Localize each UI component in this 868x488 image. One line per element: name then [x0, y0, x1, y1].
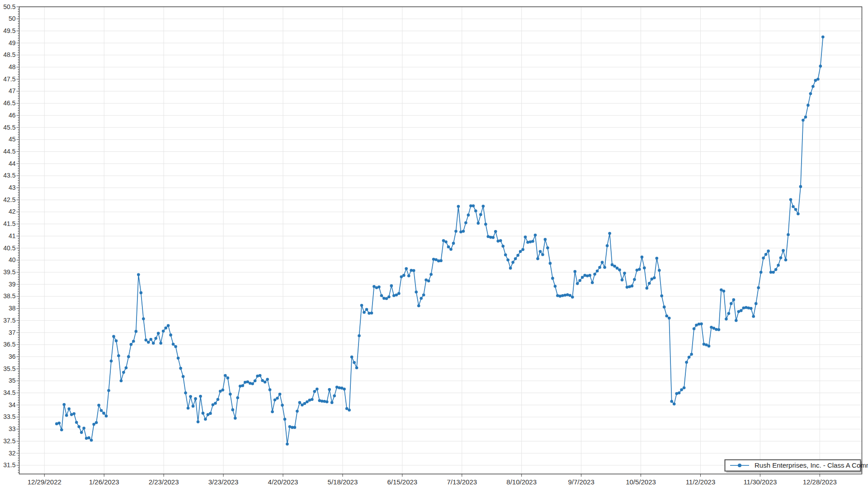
price-point[interactable] [182, 375, 185, 378]
price-point[interactable] [673, 403, 676, 406]
price-point[interactable] [97, 404, 100, 407]
price-point[interactable] [596, 270, 599, 273]
price-point[interactable] [427, 279, 430, 282]
price-point[interactable] [167, 324, 170, 327]
price-point[interactable] [477, 222, 480, 225]
price-point[interactable] [63, 403, 66, 406]
price-point[interactable] [147, 341, 150, 344]
price-point[interactable] [365, 308, 368, 311]
price-line[interactable] [57, 37, 823, 444]
price-point[interactable] [214, 402, 217, 405]
price-point[interactable] [75, 421, 78, 424]
price-point[interactable] [303, 402, 307, 405]
price-point[interactable] [608, 232, 611, 235]
price-point[interactable] [764, 253, 768, 256]
price-point[interactable] [613, 265, 616, 268]
price-point[interactable] [496, 239, 500, 243]
price-point[interactable] [623, 272, 626, 275]
price-point[interactable] [420, 297, 423, 300]
price-point[interactable] [348, 408, 351, 412]
price-point[interactable] [256, 375, 259, 378]
price-point[interactable] [742, 306, 745, 310]
price-point[interactable] [807, 104, 810, 107]
price-point[interactable] [536, 257, 539, 260]
price-point[interactable] [313, 390, 316, 393]
price-point[interactable] [286, 443, 289, 446]
price-point[interactable] [690, 353, 693, 356]
price-point[interactable] [457, 205, 460, 208]
price-point[interactable] [586, 274, 589, 277]
price-point[interactable] [821, 36, 825, 39]
price-point[interactable] [311, 398, 314, 401]
price-point[interactable] [653, 277, 656, 280]
price-point[interactable] [482, 205, 485, 208]
price-point[interactable] [65, 414, 68, 417]
price-point[interactable] [197, 420, 200, 423]
price-point[interactable] [360, 304, 363, 307]
price-point[interactable] [551, 277, 554, 280]
price-point[interactable] [412, 269, 415, 272]
price-point[interactable] [447, 245, 450, 249]
price-point[interactable] [665, 314, 668, 318]
price-point[interactable] [549, 262, 552, 265]
price-point[interactable] [799, 185, 802, 188]
price-point[interactable] [752, 315, 755, 318]
price-point[interactable] [117, 354, 120, 357]
price-point[interactable] [693, 327, 696, 330]
price-point[interactable] [400, 275, 403, 278]
price-point[interactable] [648, 282, 651, 285]
price-point[interactable] [149, 338, 152, 341]
price-point[interactable] [621, 278, 624, 282]
price-point[interactable] [120, 380, 123, 383]
price-point[interactable] [561, 294, 564, 297]
price-point[interactable] [524, 235, 527, 239]
price-point[interactable] [588, 274, 591, 277]
price-point[interactable] [571, 296, 574, 299]
price-point[interactable] [583, 274, 586, 277]
price-point[interactable] [511, 261, 514, 264]
price-point[interactable] [100, 409, 103, 412]
price-point[interactable] [276, 397, 279, 400]
price-point[interactable] [601, 261, 604, 264]
price-point[interactable] [187, 407, 190, 410]
price-point[interactable] [241, 384, 244, 387]
price-point[interactable] [504, 253, 507, 257]
price-point[interactable] [377, 286, 381, 289]
price-point[interactable] [631, 285, 634, 288]
price-point[interactable] [274, 399, 277, 402]
price-point[interactable] [224, 374, 227, 377]
price-point[interactable] [499, 239, 502, 242]
price-point[interactable] [646, 286, 649, 290]
price-point[interactable] [105, 415, 108, 418]
price-point[interactable] [395, 293, 398, 296]
price-point[interactable] [633, 278, 636, 281]
price-point[interactable] [611, 263, 614, 267]
price-point[interactable] [772, 271, 775, 274]
price-point[interactable] [591, 281, 594, 284]
price-point[interactable] [740, 309, 743, 312]
price-point[interactable] [209, 412, 212, 415]
price-point[interactable] [67, 408, 71, 411]
price-point[interactable] [618, 268, 621, 272]
price-point[interactable] [491, 236, 495, 239]
price-point[interactable] [387, 296, 391, 299]
price-point[interactable] [112, 335, 115, 338]
price-point[interactable] [576, 282, 579, 285]
price-line-series[interactable] [55, 36, 825, 446]
price-point[interactable] [638, 268, 641, 271]
price-point[interactable] [283, 418, 287, 421]
price-point[interactable] [529, 240, 532, 244]
price-point[interactable] [217, 398, 220, 401]
price-point[interactable] [546, 246, 549, 249]
price-point[interactable] [306, 400, 309, 404]
price-point[interactable] [296, 410, 299, 413]
price-point[interactable] [603, 266, 606, 269]
price-point[interactable] [169, 333, 172, 337]
price-point[interactable] [444, 240, 448, 244]
price-point[interactable] [668, 317, 671, 320]
price-point[interactable] [521, 248, 524, 251]
price-point[interactable] [353, 361, 356, 364]
price-point[interactable] [154, 337, 157, 340]
price-point[interactable] [449, 248, 453, 251]
price-point[interactable] [432, 258, 435, 261]
